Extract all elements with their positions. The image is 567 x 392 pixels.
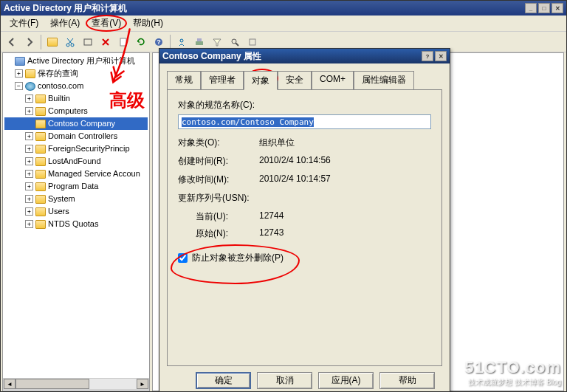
dialog-help-button[interactable]: ? — [422, 51, 433, 61]
tree-domain-controllers[interactable]: +Domain Controllers — [4, 130, 148, 142]
annotation-circle-checkbox — [171, 244, 300, 284]
object-class-value: 组织单位 — [259, 137, 295, 149]
delete-icon[interactable] — [97, 34, 114, 50]
row-protect: 防止对象被意外删除(P) — [178, 252, 431, 264]
menubar: 文件(F) 操作(A) 查看(V) 帮助(H) — [1, 16, 566, 32]
tab-security[interactable]: 安全 — [278, 71, 312, 89]
expand-icon[interactable]: + — [25, 182, 33, 190]
refresh-icon[interactable] — [133, 34, 149, 50]
svg-rect-10 — [250, 39, 255, 45]
tab-object[interactable]: 对象 — [244, 71, 278, 90]
tree-managed-svc[interactable]: +Managed Service Accoun — [4, 168, 148, 180]
expand-icon[interactable]: + — [25, 170, 33, 178]
tree-users[interactable]: +Users — [4, 205, 148, 218]
row-original: 原始(N): 12743 — [178, 227, 431, 240]
tree-lostandfound[interactable]: +LostAndFound — [4, 155, 148, 168]
ok-button[interactable]: 确定 — [196, 372, 251, 389]
globe-icon — [25, 82, 35, 91]
expand-icon[interactable]: + — [25, 207, 33, 216]
tree-builtin[interactable]: +Builtin — [4, 92, 148, 105]
folder-icon — [35, 182, 46, 191]
menu-help[interactable]: 帮助(H) — [127, 16, 169, 31]
maximize-button[interactable]: □ — [538, 3, 550, 13]
current-value: 12744 — [259, 210, 284, 223]
close-button[interactable]: ✕ — [551, 3, 563, 13]
usn-label: 更新序列号(USN): — [178, 192, 259, 204]
expand-icon[interactable]: + — [25, 107, 33, 115]
original-label: 原始(N): — [196, 227, 259, 240]
properties-dialog: Contoso Company 属性 ? ✕ 常规 管理者 对象 安全 COM+… — [159, 48, 450, 392]
canonical-input[interactable]: contoso.com/Contoso Company — [178, 114, 431, 129]
row-object-class: 对象类(O): 组织单位 — [178, 137, 431, 149]
protect-checkbox[interactable] — [178, 253, 188, 263]
window-title: Active Directory 用户和计算机 — [4, 2, 525, 15]
modified-value: 2010/2/4 10:14:57 — [259, 173, 331, 186]
expand-icon[interactable]: + — [25, 157, 33, 165]
scroll-thumb[interactable] — [16, 379, 89, 389]
row-usn: 更新序列号(USN): — [178, 192, 431, 204]
tree-program-data[interactable]: +Program Data — [4, 180, 148, 193]
field-canonical: 对象的规范名称(C): contoso.com/Contoso Company — [178, 99, 431, 129]
window-controls: _ □ ✕ — [525, 3, 563, 13]
minimize-button[interactable]: _ — [525, 3, 537, 13]
svg-text:?: ? — [157, 38, 161, 46]
menu-view[interactable]: 查看(V) — [86, 15, 127, 32]
menu-action[interactable]: 操作(A) — [44, 16, 86, 31]
horizontal-scrollbar[interactable]: ◄ ► — [3, 378, 149, 390]
object-class-label: 对象类(O): — [178, 137, 259, 149]
collapse-icon[interactable]: − — [15, 82, 23, 90]
tree: Active Directory 用户和计算机 +保存的查询 −contoso.… — [3, 53, 149, 232]
tab-general[interactable]: 常规 — [167, 71, 201, 89]
canonical-label: 对象的规范名称(C): — [178, 99, 431, 111]
folder-icon — [35, 157, 46, 166]
current-label: 当前(U): — [196, 210, 259, 223]
apply-button[interactable]: 应用(A) — [318, 372, 374, 389]
cut-icon[interactable] — [62, 34, 78, 50]
svg-rect-3 — [120, 38, 126, 46]
svg-point-1 — [71, 44, 74, 47]
dialog-title: Contoso Company 属性 — [162, 50, 422, 63]
tree-saved-queries[interactable]: +保存的查询 — [4, 67, 148, 80]
tree-computers[interactable]: +Computers — [4, 105, 148, 117]
scroll-right-button[interactable]: ► — [137, 379, 148, 389]
tab-managed-by[interactable]: 管理者 — [201, 71, 244, 89]
svg-rect-8 — [197, 38, 202, 41]
tree-domain[interactable]: −contoso.com — [4, 80, 148, 92]
expand-icon[interactable]: + — [25, 94, 33, 103]
back-button[interactable] — [4, 34, 20, 50]
dialog-close-button[interactable]: ✕ — [435, 51, 447, 61]
original-value: 12743 — [259, 227, 284, 240]
help-button[interactable]: 帮助 — [379, 372, 435, 389]
created-value: 2010/2/4 10:14:56 — [259, 155, 331, 168]
tree-system[interactable]: +System — [4, 193, 148, 205]
expand-icon[interactable]: + — [15, 69, 23, 78]
folder-icon — [35, 107, 46, 116]
watermark-big: 51CTO.com — [464, 358, 561, 377]
toolbar-separator — [41, 35, 41, 49]
tree-foreign-sec[interactable]: +ForeignSecurityPrincip — [4, 142, 148, 155]
tab-com[interactable]: COM+ — [312, 71, 354, 89]
protect-label: 防止对象被意外删除(P) — [192, 252, 284, 264]
tab-attr-editor[interactable]: 属性编辑器 — [354, 71, 414, 89]
tree-contoso-company[interactable]: Contoso Company — [4, 117, 148, 130]
menu-file[interactable]: 文件(F) — [4, 16, 44, 31]
forward-button[interactable] — [21, 34, 38, 50]
expand-icon[interactable]: + — [25, 132, 33, 140]
row-created: 创建时间(R): 2010/2/4 10:14:56 — [178, 155, 431, 168]
scroll-left-button[interactable]: ◄ — [4, 379, 16, 389]
folder-icon — [35, 195, 46, 204]
expand-icon[interactable]: + — [25, 220, 33, 228]
properties-icon[interactable] — [115, 34, 131, 50]
dialog-titlebar: Contoso Company 属性 ? ✕ — [159, 49, 450, 63]
cancel-button[interactable]: 取消 — [257, 372, 312, 389]
svg-rect-7 — [196, 41, 203, 45]
new-folder-icon[interactable] — [44, 34, 61, 50]
tree-ntds-quotas[interactable]: +NTDS Quotas — [4, 218, 148, 230]
expand-icon[interactable]: + — [25, 195, 33, 203]
folder-icon — [35, 170, 46, 179]
toolbar-btn-5[interactable] — [80, 34, 96, 50]
tree-root[interactable]: Active Directory 用户和计算机 — [4, 55, 148, 67]
expand-icon[interactable]: + — [25, 145, 33, 153]
watermark: 51CTO.com 技术成就梦想 技术博客 Blog — [464, 358, 561, 388]
tabs: 常规 管理者 对象 安全 COM+ 属性编辑器 — [167, 71, 442, 89]
